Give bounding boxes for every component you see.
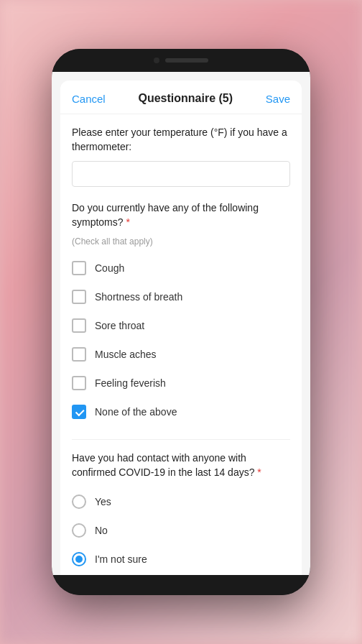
checkbox-none[interactable] xyxy=(72,405,86,419)
radio-item-yes[interactable]: Yes xyxy=(72,489,290,515)
card-content: Please enter your temperature (°F) if yo… xyxy=(60,114,302,575)
checkbox-shortness[interactable] xyxy=(72,290,86,304)
questionnaire-card: Cancel Questionnaire (5) Save Please ent… xyxy=(60,80,302,575)
radio-not-sure[interactable] xyxy=(72,552,86,566)
checkbox-label-sore-throat: Sore throat xyxy=(95,320,144,331)
checkbox-label-feeling-feverish: Feeling feverish xyxy=(95,377,166,389)
checkbox-item-none[interactable]: None of the above xyxy=(72,399,290,425)
checkbox-muscle-aches[interactable] xyxy=(72,347,86,362)
radio-label-no: No xyxy=(95,525,108,536)
questionnaire-title: Questionnaire (5) xyxy=(138,92,233,105)
screen: Cancel Questionnaire (5) Save Please ent… xyxy=(52,72,310,575)
temperature-question: Please enter your temperature (°F) if yo… xyxy=(72,126,290,154)
radio-no[interactable] xyxy=(72,523,86,538)
front-camera-icon xyxy=(154,58,159,63)
checkbox-label-cough: Cough xyxy=(95,262,124,274)
contact-question: Have you had contact with anyone with co… xyxy=(72,451,290,479)
symptoms-required-indicator: * xyxy=(124,216,130,228)
phone-bottom-bar xyxy=(52,575,310,595)
section-divider xyxy=(72,439,290,440)
checkbox-sore-throat[interactable] xyxy=(72,318,86,333)
contact-radio-group: Yes No I'm not sure xyxy=(72,489,290,572)
checkbox-item-shortness[interactable]: Shortness of breath xyxy=(72,284,290,310)
radio-yes[interactable] xyxy=(72,494,86,509)
checkbox-item-sore-throat[interactable]: Sore throat xyxy=(72,313,290,339)
checkbox-label-none: None of the above xyxy=(95,406,177,418)
radio-label-not-sure: I'm not sure xyxy=(95,553,147,565)
phone-shell: Cancel Questionnaire (5) Save Please ent… xyxy=(52,49,310,595)
cancel-button[interactable]: Cancel xyxy=(72,93,106,105)
save-button[interactable]: Save xyxy=(266,93,290,105)
radio-item-not-sure[interactable]: I'm not sure xyxy=(72,546,290,572)
symptoms-question: Do you currently have any of the followi… xyxy=(72,201,290,229)
contact-required-indicator: * xyxy=(254,466,261,478)
checkbox-item-cough[interactable]: Cough xyxy=(72,255,290,281)
checkbox-item-muscle-aches[interactable]: Muscle aches xyxy=(72,341,290,367)
checkbox-item-feeling-feverish[interactable]: Feeling feverish xyxy=(72,370,290,396)
phone-top-bar xyxy=(52,49,310,72)
checkbox-feeling-feverish[interactable] xyxy=(72,376,86,390)
checkbox-label-shortness: Shortness of breath xyxy=(95,291,182,303)
temperature-input[interactable] xyxy=(72,161,290,187)
speaker-icon xyxy=(165,58,208,63)
radio-item-no[interactable]: No xyxy=(72,518,290,543)
checkbox-label-muscle-aches: Muscle aches xyxy=(95,349,157,360)
radio-label-yes: Yes xyxy=(95,496,111,507)
card-header: Cancel Questionnaire (5) Save xyxy=(60,80,302,114)
symptoms-hint: (Check all that apply) xyxy=(72,236,290,247)
checkbox-cough[interactable] xyxy=(72,261,86,275)
symptoms-checkbox-group: Cough Shortness of breath Sore throat xyxy=(72,255,290,425)
